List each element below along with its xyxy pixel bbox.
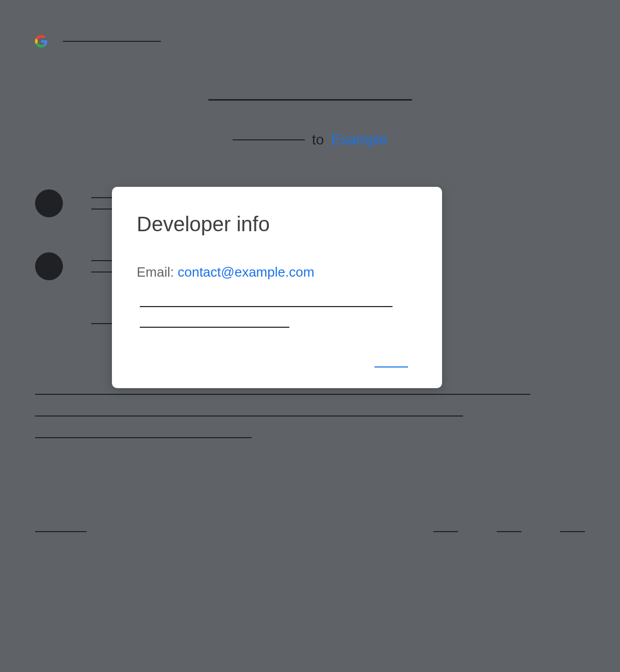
add-account-icon bbox=[41, 315, 57, 332]
footer-link-placeholder[interactable] bbox=[560, 531, 585, 532]
subtitle-app-link[interactable]: Example bbox=[331, 132, 387, 148]
subtitle-placeholder-line bbox=[233, 139, 305, 140]
dialog-title: Developer info bbox=[137, 213, 417, 236]
subtitle-row: to Example bbox=[35, 132, 585, 148]
header-row bbox=[35, 35, 585, 47]
header-placeholder-line bbox=[63, 41, 161, 42]
footer-links bbox=[433, 531, 585, 532]
google-logo-icon bbox=[35, 35, 47, 47]
title-placeholder-line bbox=[208, 99, 412, 101]
avatar-icon bbox=[35, 189, 63, 217]
developer-email-row: Email: contact@example.com bbox=[137, 264, 417, 280]
consent-info-text bbox=[35, 394, 585, 438]
developer-email-link[interactable]: contact@example.com bbox=[177, 264, 314, 280]
language-selector-placeholder[interactable] bbox=[35, 531, 87, 532]
developer-info-dialog: Developer info Email: contact@example.co… bbox=[112, 187, 442, 388]
subtitle-connector-text: to bbox=[312, 132, 324, 148]
dialog-actions bbox=[137, 366, 417, 367]
avatar-icon bbox=[35, 252, 63, 280]
dialog-body-text bbox=[137, 306, 417, 328]
footer bbox=[35, 531, 585, 532]
footer-link-placeholder[interactable] bbox=[433, 531, 458, 532]
dialog-confirm-button[interactable] bbox=[374, 366, 408, 367]
footer-link-placeholder[interactable] bbox=[497, 531, 521, 532]
email-label: Email: bbox=[137, 264, 177, 280]
